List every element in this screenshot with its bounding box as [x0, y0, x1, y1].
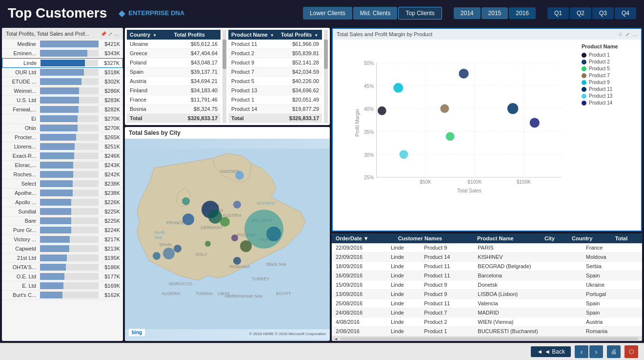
sort-icon[interactable]: ▼: [153, 33, 157, 38]
q2-button[interactable]: Q2: [570, 7, 591, 19]
legend-item[interactable]: Product 5: [582, 66, 637, 71]
customer-item[interactable]: Capweld $213K: [2, 244, 123, 254]
legend-item[interactable]: Product 1: [582, 52, 637, 58]
customer-item[interactable]: E. Ltd $169K: [2, 281, 123, 291]
customer-item[interactable]: Burt's C... $162K: [2, 291, 123, 300]
customer-item[interactable]: Weimei... $286K: [2, 86, 123, 96]
table-row[interactable]: Product 5$40,226.00: [228, 77, 322, 86]
product-cell: Product 7: [420, 308, 474, 318]
table-row[interactable]: Ukraine$65,612.16: [127, 40, 221, 49]
customer-item[interactable]: Procter... $265K: [2, 133, 123, 142]
customer-item[interactable]: Elorac,... $243K: [2, 161, 123, 170]
mid-clients-button[interactable]: Mid. Clients: [353, 7, 398, 20]
q3-button[interactable]: Q3: [592, 7, 614, 19]
legend-item[interactable]: Product 7: [582, 73, 637, 78]
sort-icon3[interactable]: ▼: [270, 33, 274, 38]
top-clients-button[interactable]: Top Clients: [398, 7, 442, 20]
table-row[interactable]: 18/09/2016 Linde Product 11 BEOGRAD (Bel…: [332, 262, 642, 271]
table-row[interactable]: Product 2$55,839.81: [228, 49, 322, 58]
customer-bar: [40, 217, 71, 224]
table-row[interactable]: Austria$34,694.21: [127, 77, 221, 86]
sort-icon4[interactable]: ▼: [314, 33, 318, 38]
print-button[interactable]: 🖨: [607, 345, 621, 358]
customer-item[interactable]: OHTA'S... $186K: [2, 263, 123, 272]
customer-item[interactable]: Pure Gr... $224K: [2, 226, 123, 235]
next-page-button[interactable]: ›: [589, 345, 603, 358]
table-row[interactable]: 22/09/2016 Linde Product 9 PARIS France: [332, 243, 642, 253]
q4-button[interactable]: Q4: [615, 7, 636, 19]
q1-button[interactable]: Q1: [547, 7, 569, 19]
customer-item[interactable]: Bare $225K: [2, 216, 123, 226]
table-row[interactable]: Spain$39,137.71: [127, 67, 221, 77]
year-2015-button[interactable]: 2015: [482, 7, 508, 19]
legend-item[interactable]: Product 13: [582, 93, 637, 99]
table-row[interactable]: 16/09/2016 Linde Product 11 Barcelona Sp…: [332, 271, 642, 280]
customer-item[interactable]: Fenwal,... $282K: [2, 105, 123, 114]
table-row[interactable]: Product 14$19,877.29: [228, 105, 322, 114]
customer-item[interactable]: Medline $421K: [2, 40, 123, 49]
customer-item[interactable]: Select $238K: [2, 179, 123, 189]
sort-icon[interactable]: ▼: [363, 235, 369, 241]
year-2014-button[interactable]: 2014: [454, 7, 481, 19]
table-row[interactable]: Product 11$61,966.09: [228, 40, 322, 49]
customer-value: $251K: [101, 144, 120, 149]
product-scrollbar[interactable]: [324, 30, 328, 123]
customer-item[interactable]: Llorens... $251K: [2, 142, 123, 151]
customer-name: Elorac,...: [5, 162, 38, 168]
customer-item[interactable]: Linde $327K: [2, 58, 123, 68]
table-row[interactable]: France$11,791.46: [127, 95, 221, 105]
expand-scatter-icon[interactable]: ⤢: [625, 32, 629, 37]
legend-item[interactable]: Product 14: [582, 100, 637, 106]
svg-text:Black Sea: Black Sea: [266, 262, 286, 267]
logo-icon: ◆: [119, 8, 125, 19]
customer-item[interactable]: U.S. Ltd $283K: [2, 96, 123, 105]
customer-item[interactable]: Eminen... $343K: [2, 49, 123, 58]
table-row[interactable]: 25/08/2016 Linde Product 11 Valencia Spa…: [332, 299, 642, 308]
table-row[interactable]: Poland$43,048.17: [127, 58, 221, 67]
country-cell: Spain: [582, 299, 629, 308]
table-row[interactable]: Product 9$52,141.28: [228, 58, 322, 67]
table-row[interactable]: 2/08/2016 Linde Product 1 BUCURESTI (Buc…: [332, 327, 642, 336]
more-scatter-icon[interactable]: …: [632, 32, 637, 37]
table-row[interactable]: Bosnia$8,324.75: [127, 105, 221, 114]
table-row[interactable]: Product 13$34,696.62: [228, 86, 322, 95]
scroll-left-icon[interactable]: ◄: [334, 337, 338, 341]
lower-clients-button[interactable]: Lower Clients: [303, 7, 352, 20]
table-row[interactable]: 15/09/2016 Linde Product 9 Donetsk Ukrai…: [332, 280, 642, 290]
table-row[interactable]: Product 7$42,034.59: [228, 67, 322, 77]
table-row[interactable]: 24/08/2016 Linde Product 7 MADRID Spain: [332, 308, 642, 318]
customer-item[interactable]: Apothe... $238K: [2, 189, 123, 198]
year-2016-button[interactable]: 2016: [509, 7, 536, 19]
back-button[interactable]: ◄ ◄ Back: [531, 346, 571, 357]
table-row[interactable]: 13/09/2016 Linde Product 9 LISBOA (Lisbo…: [332, 290, 642, 299]
table-row[interactable]: Product 1$20,051.49: [228, 95, 322, 105]
legend-item[interactable]: Product 9: [582, 80, 637, 85]
dna-icon-button[interactable]: ⬡: [624, 345, 638, 358]
country-scrollbar[interactable]: [222, 30, 226, 123]
customer-item[interactable]: Roches... $242K: [2, 170, 123, 179]
total-header: Total: [611, 233, 642, 243]
customer-list[interactable]: Medline $421K Eminen... $343K Linde $327…: [2, 40, 123, 339]
customer-item[interactable]: Apollo ... $226K: [2, 198, 123, 207]
bottom-table-scroll[interactable]: 22/09/2016 Linde Product 9 PARIS France …: [332, 243, 642, 336]
table-row[interactable]: 22/09/2016 Linde Product 14 KISHINEV Mol…: [332, 253, 642, 262]
customer-item[interactable]: O.E. Ltd $177K: [2, 272, 123, 281]
customer-item[interactable]: ETUDE ... $302K: [2, 77, 123, 86]
legend-item[interactable]: Product 2: [582, 59, 637, 64]
table-row[interactable]: Finland$34,183.40: [127, 86, 221, 95]
customer-item[interactable]: Sundial $225K: [2, 207, 123, 216]
city-cell: Barcelona: [474, 271, 582, 280]
table-row[interactable]: Greece$47,404.64: [127, 49, 221, 58]
table-row[interactable]: 4/08/2016 Linde Product 2 WIEN (Vienna) …: [332, 318, 642, 327]
horizontal-scrollbar[interactable]: ◄: [332, 336, 642, 341]
customer-item[interactable]: OUR Ltd $318K: [2, 68, 123, 77]
customer-item[interactable]: Exact-R... $246K: [2, 151, 123, 161]
legend-item[interactable]: Product 11: [582, 86, 637, 92]
customer-item[interactable]: Victory ... $217K: [2, 235, 123, 244]
customer-item[interactable]: 21st Ltd $195K: [2, 254, 123, 263]
customer-item[interactable]: Ohio $270K: [2, 124, 123, 133]
prev-page-button[interactable]: ‹: [575, 345, 588, 358]
star-icon[interactable]: ☆: [618, 32, 623, 37]
customer-item[interactable]: Ei $270K: [2, 114, 123, 124]
date-cell: 24/08/2016: [332, 308, 387, 318]
